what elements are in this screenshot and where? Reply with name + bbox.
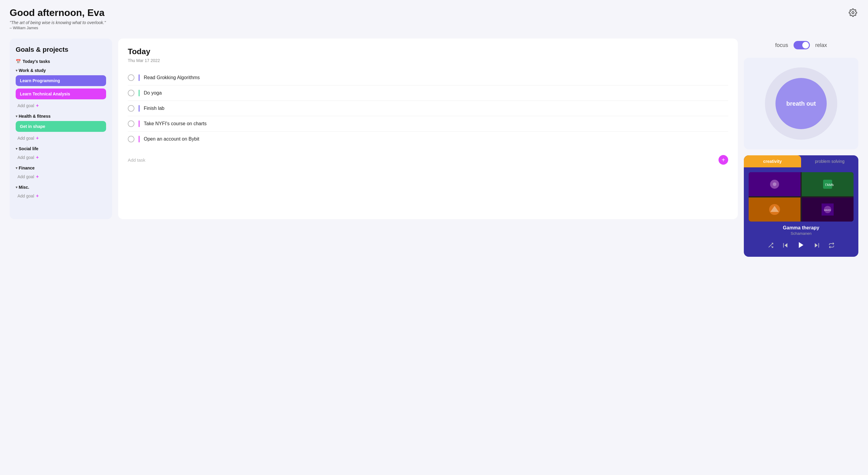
today-title: Today <box>128 47 728 56</box>
shuffle-button[interactable] <box>767 241 775 251</box>
header: Good afternoon, Eva "The art of being wi… <box>10 7 858 30</box>
add-goal-label: Add goal <box>18 174 34 179</box>
focus-relax-toggle-row: focus relax <box>744 38 858 52</box>
main-layout: Goals & projects 📅 Today's tasks ▾ Work … <box>10 38 858 257</box>
calendar-icon: 📅 <box>16 59 21 64</box>
repeat-button[interactable] <box>827 241 836 251</box>
tab-problem-solving[interactable]: problem solving <box>801 155 858 167</box>
album-art-4: waves <box>802 198 854 222</box>
header-left: Good afternoon, Eva "The art of being wi… <box>10 7 106 30</box>
add-goal-label: Add goal <box>18 136 34 141</box>
chevron-icon: ▾ <box>16 69 18 72</box>
todays-tasks-label: Today's tasks <box>23 59 50 64</box>
add-goal-social[interactable]: Add goal + <box>16 154 106 161</box>
prev-button[interactable] <box>781 241 790 251</box>
breath-text: breath out <box>786 100 816 107</box>
category-label: Misc. <box>19 185 29 190</box>
svg-point-2 <box>773 182 776 186</box>
category-label: Social life <box>19 146 38 151</box>
svg-text:waves: waves <box>824 209 831 211</box>
add-goal-finance[interactable]: Add goal + <box>16 173 106 181</box>
goal-learn-technical-analysis[interactable]: Learn Technical Analysis <box>16 89 106 99</box>
music-tabs: creativity problem solving <box>744 155 858 167</box>
task-color-bar <box>138 105 140 112</box>
task-text: Finish lab <box>144 106 728 111</box>
breath-container: breath out <box>744 58 858 149</box>
task-item: Open an account on Bybit <box>128 132 728 146</box>
svg-marker-13 <box>815 243 818 247</box>
task-item: Do yoga <box>128 86 728 101</box>
tab-creativity[interactable]: creativity <box>744 155 801 167</box>
category-label: Health & fitness <box>19 114 51 118</box>
task-checkbox-4[interactable] <box>128 121 134 127</box>
task-text: Read Grokking Algorithms <box>144 75 728 80</box>
toggle-thumb <box>802 42 809 48</box>
category-work-study[interactable]: ▾ Work & study <box>16 68 106 73</box>
album-art-3 <box>749 198 801 222</box>
left-panel: Goals & projects 📅 Today's tasks ▾ Work … <box>10 38 112 219</box>
category-label: Finance <box>19 166 35 170</box>
task-item: Read Grokking Algorithms <box>128 70 728 86</box>
add-goal-health[interactable]: Add goal + <box>16 134 106 142</box>
plus-icon: + <box>36 155 38 160</box>
plus-icon: + <box>36 174 38 179</box>
focus-relax-toggle[interactable] <box>794 41 810 49</box>
music-controls <box>749 240 854 252</box>
task-color-bar <box>138 74 140 81</box>
category-health-fitness[interactable]: ▾ Health & fitness <box>16 114 106 118</box>
play-button[interactable] <box>796 240 806 252</box>
add-goal-label: Add goal <box>18 155 34 160</box>
date-label: Thu Mar 17 2022 <box>128 58 728 63</box>
music-title: Gamma therapy <box>749 225 854 231</box>
task-text: Take NYFI's course on charts <box>144 121 728 127</box>
right-panel: focus relax breath out creativity proble… <box>744 38 858 257</box>
task-checkbox-1[interactable] <box>128 74 134 81</box>
add-goal-misc[interactable]: Add goal + <box>16 192 106 200</box>
task-text: Open an account on Bybit <box>144 136 728 142</box>
settings-button[interactable] <box>847 7 858 20</box>
add-task-label: Add task <box>128 158 145 163</box>
task-checkbox-2[interactable] <box>128 90 134 96</box>
breath-outer-circle: breath out <box>765 67 837 140</box>
album-grid: ΓΑΜΜΑ waves <box>749 172 854 222</box>
music-content: ΓΑΜΜΑ waves Gamma therapy Schamanen <box>744 167 858 257</box>
task-color-bar <box>138 90 140 96</box>
add-task-button[interactable]: + <box>718 155 728 165</box>
breath-inner-circle: breath out <box>775 78 827 129</box>
task-item: Finish lab <box>128 101 728 116</box>
center-panel: Today Thu Mar 17 2022 Read Grokking Algo… <box>118 38 738 219</box>
todays-tasks-header[interactable]: 📅 Today's tasks <box>16 59 106 64</box>
task-item: Take NYFI's course on charts <box>128 116 728 132</box>
task-checkbox-5[interactable] <box>128 136 134 142</box>
goal-get-in-shape[interactable]: Get in shape <box>16 121 106 132</box>
goal-learn-programming[interactable]: Learn Programming <box>16 75 106 86</box>
add-goal-label: Add goal <box>18 103 34 108</box>
chevron-icon: ▾ <box>16 166 18 170</box>
task-list: Read Grokking Algorithms Do yoga Finish … <box>128 70 728 146</box>
author: – William James <box>10 26 106 30</box>
svg-marker-12 <box>799 242 803 248</box>
music-panel: creativity problem solving ΓΑΜΜΑ <box>744 155 858 257</box>
goals-title: Goals & projects <box>16 46 106 54</box>
task-checkbox-3[interactable] <box>128 105 134 112</box>
album-art-2: ΓΑΜΜΑ <box>802 172 854 196</box>
svg-text:ΓΑΜΜΑ: ΓΑΜΜΑ <box>825 183 834 186</box>
plus-icon: + <box>36 193 38 199</box>
relax-label: relax <box>815 42 827 48</box>
quote: "The art of being wise is knowing what t… <box>10 20 106 25</box>
plus-icon: + <box>36 135 38 141</box>
category-label: Work & study <box>19 68 46 73</box>
svg-marker-10 <box>784 243 787 247</box>
album-art-1 <box>749 172 801 196</box>
next-button[interactable] <box>812 241 821 251</box>
category-finance[interactable]: ▾ Finance <box>16 166 106 170</box>
svg-point-0 <box>852 12 854 14</box>
task-color-bar <box>138 121 140 127</box>
greeting: Good afternoon, Eva <box>10 7 106 19</box>
music-artist: Schamanen <box>749 231 854 236</box>
category-misc[interactable]: ▾ Misc. <box>16 185 106 190</box>
chevron-icon: ▾ <box>16 114 18 118</box>
plus-icon: + <box>36 103 38 108</box>
category-social-life[interactable]: ▾ Social life <box>16 146 106 151</box>
add-goal-work-study[interactable]: Add goal + <box>16 102 106 109</box>
